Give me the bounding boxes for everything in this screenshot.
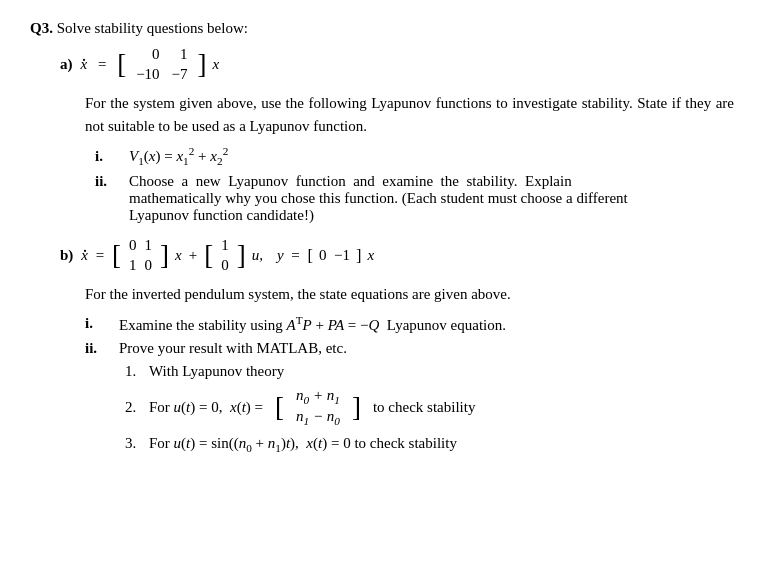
part-a-body: For the system given above, use the foll… <box>85 92 734 224</box>
numbered-item-3: 3. For u(t) = sin((n0 + n1)t), x(t) = 0 … <box>125 435 734 454</box>
y-equals: = <box>288 247 304 264</box>
part-b-sub-i: i. Examine the stability using ATP + PA … <box>85 314 734 334</box>
matrix-n-right: ] <box>352 394 361 421</box>
question-number: Q3. <box>30 20 53 36</box>
part-b-body: For the inverted pendulum system, the st… <box>85 283 734 454</box>
num-1: 1. <box>125 363 141 380</box>
part-b-sub-i-label: i. <box>85 315 109 332</box>
part-b-equation-line: b) x = [ 0 1 1 0 ] x + [ 1 <box>60 236 734 275</box>
matrix-b2: 1 0 <box>217 236 233 275</box>
plus-sign: + <box>189 247 197 264</box>
u-var: u, <box>252 247 263 264</box>
part-b-sub-ii-label: ii. <box>85 340 109 357</box>
matrix-b1: 0 1 1 0 <box>125 236 156 275</box>
equals-sign: = <box>94 56 110 73</box>
x-dot: x <box>81 56 88 73</box>
sub-ii-line3: Lyapunov function candidate!) <box>129 207 628 224</box>
question-header: Q3. Solve stability questions below: <box>30 20 734 37</box>
sub-item-ii: ii. Choose a new Lyapunov function and e… <box>95 173 734 224</box>
x-y: x <box>367 247 374 264</box>
part-b-sub-i-content: Examine the stability using ATP + PA = −… <box>119 314 506 334</box>
part-a-label: a) <box>60 56 73 73</box>
part-b-sub-ii: ii. Prove your result with MATLAB, etc. <box>85 340 734 357</box>
item-2-suffix: to check stability <box>373 399 475 416</box>
item-1-text: With Lyapunov theory <box>149 363 284 380</box>
equals-b: = <box>92 247 108 264</box>
num-3: 3. <box>125 435 141 452</box>
x-var: x <box>213 56 220 73</box>
matrix-b1-left: [ <box>112 242 121 269</box>
x-dot-b: x <box>81 247 88 264</box>
matrix-b2-left: [ <box>204 242 213 269</box>
question-container: Q3. Solve stability questions below: a) … <box>30 20 734 454</box>
matrix-b1-right: ] <box>160 242 169 269</box>
part-b: b) x = [ 0 1 1 0 ] x + [ 1 <box>30 236 734 454</box>
question-text: Solve stability questions below: <box>57 20 248 36</box>
part-b-sub-ii-content: Prove your result with MATLAB, etc. <box>119 340 347 357</box>
y-eq: y <box>277 247 284 264</box>
matrix-n: n0 + n1 n1 − n0 <box>292 386 344 429</box>
matrix-bracket-right: ] <box>198 51 207 78</box>
sub-ii-line2: mathematically why you chose this functi… <box>129 190 628 207</box>
matrix-bracket-left: [ <box>117 51 126 78</box>
x-b: x <box>175 247 182 264</box>
numbered-item-1: 1. With Lyapunov theory <box>125 363 734 380</box>
part-a-equation-line: a) x = [ 0 1 −10 −7 ] x <box>60 45 734 84</box>
y-matrix-left: [ <box>308 246 314 266</box>
sub-i-content: V1(x) = x12 + x22 <box>129 145 228 167</box>
sub-ii-line1: Choose a new Lyapunov function and exami… <box>129 173 628 190</box>
y-values: 0 −1 <box>319 247 350 264</box>
sub-item-i: i. V1(x) = x12 + x22 <box>95 145 734 167</box>
part-b-label: b) <box>60 247 73 264</box>
sub-ii-content: Choose a new Lyapunov function and exami… <box>129 173 628 224</box>
part-a-text: For the system given above, use the foll… <box>85 92 734 137</box>
sub-ii-label: ii. <box>95 173 119 190</box>
numbered-item-2: 2. For u(t) = 0, x(t) = [ n0 + n1 n1 − n… <box>125 386 734 429</box>
y-matrix-right: ] <box>356 246 362 266</box>
item-2-text: For u(t) = 0, x(t) = <box>149 399 263 416</box>
item-3-text: For u(t) = sin((n0 + n1)t), x(t) = 0 to … <box>149 435 457 454</box>
part-b-intro: For the inverted pendulum system, the st… <box>85 283 734 306</box>
numbered-items: 1. With Lyapunov theory 2. For u(t) = 0,… <box>105 363 734 454</box>
sub-i-label: i. <box>95 148 119 165</box>
matrix-n-left: [ <box>275 394 284 421</box>
part-a: a) x = [ 0 1 −10 −7 ] x <box>30 45 734 224</box>
num-2: 2. <box>125 399 141 416</box>
matrix-a-values: 0 1 −10 −7 <box>130 45 193 84</box>
matrix-b2-right: ] <box>237 242 246 269</box>
